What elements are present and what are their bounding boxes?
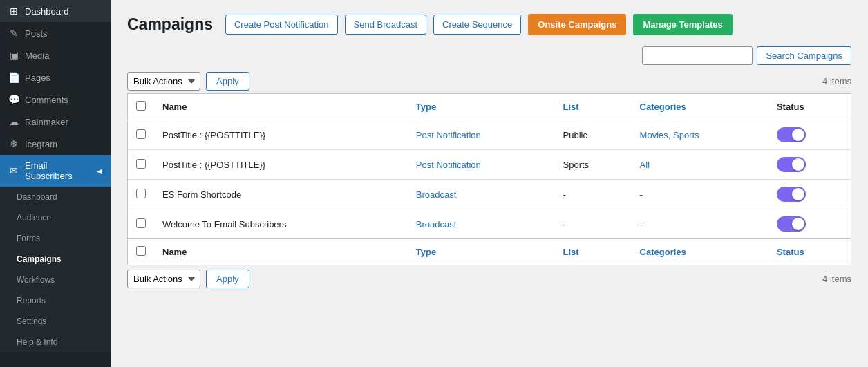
sub-reports-label: Reports: [17, 296, 46, 305]
select-all-header: [128, 94, 154, 120]
sidebar-item-sub-forms[interactable]: Forms: [0, 228, 111, 249]
sidebar-item-comments[interactable]: 💬 Comments: [0, 88, 111, 111]
sidebar-item-posts[interactable]: ✎ Posts: [0, 22, 111, 44]
table-footer-row: Name Type List Categories Status: [128, 239, 851, 265]
status-toggle[interactable]: [777, 127, 806, 142]
dashboard-icon: ⊞: [8, 6, 19, 17]
pages-icon: 📄: [8, 72, 19, 83]
row-status: [768, 120, 851, 150]
sidebar-item-sub-dashboard[interactable]: Dashboard: [0, 187, 111, 207]
row-status: [768, 150, 851, 180]
row-checkbox[interactable]: [136, 159, 146, 169]
sidebar-item-label: Dashboard: [25, 6, 69, 17]
sidebar-item-sub-settings[interactable]: Settings: [0, 311, 111, 332]
select-all-checkbox[interactable]: [136, 101, 146, 111]
status-toggle[interactable]: [777, 157, 806, 172]
comments-icon: 💬: [8, 94, 19, 105]
table-row: PostTitle : {{POSTTITLE}} Post Notificat…: [128, 120, 851, 150]
row-status: [768, 209, 851, 239]
status-toggle[interactable]: [777, 187, 806, 202]
footer-col-type[interactable]: Type: [408, 239, 555, 265]
row-checkbox-cell: [128, 120, 154, 150]
items-count-top: 4 items: [822, 76, 851, 86]
row-status: [768, 180, 851, 209]
table-row: ES Form Shortcode Broadcast - -: [128, 180, 851, 209]
footer-col-list: List: [555, 239, 632, 265]
row-checkbox-cell: [128, 180, 154, 209]
sidebar-item-rainmaker[interactable]: ☁ Rainmaker: [0, 111, 111, 133]
sidebar-item-label: Pages: [25, 73, 50, 83]
send-broadcast-button[interactable]: Send Broadcast: [345, 15, 427, 35]
sub-dashboard-label: Dashboard: [17, 192, 57, 202]
sidebar-item-icegram[interactable]: ❄ Icegram: [0, 133, 111, 155]
sidebar-item-sub-audience[interactable]: Audience: [0, 207, 111, 228]
footer-col-categories: Categories: [632, 239, 768, 265]
col-header-type[interactable]: Type: [408, 94, 555, 120]
status-toggle[interactable]: [777, 216, 806, 232]
row-checkbox[interactable]: [136, 129, 146, 139]
page-header: Campaigns Create Post Notification Send …: [127, 14, 851, 35]
sidebar-item-label: Comments: [25, 95, 68, 105]
sidebar-item-sub-help[interactable]: Help & Info: [0, 332, 111, 352]
sidebar-item-dashboard[interactable]: ⊞ Dashboard: [0, 0, 111, 22]
posts-icon: ✎: [8, 28, 19, 39]
page-title: Campaigns: [127, 15, 213, 34]
table-body: PostTitle : {{POSTTITLE}} Post Notificat…: [128, 120, 851, 239]
sidebar-item-pages[interactable]: 📄 Pages: [0, 66, 111, 88]
row-categories: All: [632, 150, 768, 180]
items-count-bottom: 4 items: [822, 274, 851, 284]
row-name: PostTitle : {{POSTTITLE}}: [154, 150, 408, 180]
footer-col-name[interactable]: Name: [154, 239, 408, 265]
apply-button-bottom[interactable]: Apply: [206, 270, 249, 288]
row-checkbox[interactable]: [136, 218, 146, 228]
sub-campaigns-label: Campaigns: [17, 254, 62, 264]
sub-help-label: Help & Info: [17, 337, 57, 347]
row-name: Welcome To Email Subscribers: [154, 209, 408, 239]
sidebar-item-label: Posts: [25, 28, 48, 39]
email-subscribers-icon: ✉: [8, 165, 19, 176]
row-categories: Movies, Sports: [632, 120, 768, 150]
campaigns-table: Name Type List Categories Status PostTit…: [128, 94, 851, 265]
row-checkbox-cell: [128, 209, 154, 239]
sidebar-item-media[interactable]: ▣ Media: [0, 44, 111, 66]
table-header-row: Name Type List Categories Status: [128, 94, 851, 120]
col-header-name[interactable]: Name: [154, 94, 408, 120]
row-type: Broadcast: [408, 209, 555, 239]
sidebar: ⊞ Dashboard ✎ Posts ▣ Media 📄 Pages 💬 Co…: [0, 0, 111, 367]
row-type: Post Notification: [408, 150, 555, 180]
sidebar-item-sub-reports[interactable]: Reports: [0, 290, 111, 311]
sidebar-item-label: Email Subscribers: [25, 160, 91, 181]
row-name: ES Form Shortcode: [154, 180, 408, 209]
footer-select-all-checkbox[interactable]: [136, 246, 146, 256]
search-input[interactable]: [642, 46, 753, 65]
onsite-campaigns-button[interactable]: Onsite Campaigns: [528, 14, 626, 35]
col-header-status: Status: [768, 94, 851, 120]
col-header-list[interactable]: List: [555, 94, 632, 120]
create-post-notification-button[interactable]: Create Post Notification: [225, 15, 338, 35]
sidebar-submenu: Dashboard Audience Forms Campaigns Workf…: [0, 187, 111, 352]
apply-button-top[interactable]: Apply: [206, 72, 249, 91]
manage-templates-button[interactable]: Manage Templates: [633, 14, 732, 35]
create-sequence-button[interactable]: Create Sequence: [433, 15, 521, 35]
sidebar-item-label: Icegram: [25, 139, 57, 149]
row-list: Sports: [555, 150, 632, 180]
sidebar-item-label: Rainmaker: [25, 117, 68, 127]
rainmaker-icon: ☁: [8, 116, 19, 127]
table-row: PostTitle : {{POSTTITLE}} Post Notificat…: [128, 150, 851, 180]
sub-audience-label: Audience: [17, 213, 51, 223]
sidebar-item-email-subscribers[interactable]: ✉ Email Subscribers ◀: [0, 155, 111, 187]
campaigns-table-wrap: Name Type List Categories Status PostTit…: [127, 93, 851, 265]
bottom-toolbar: Bulk Actions Apply 4 items: [127, 270, 851, 288]
sidebar-item-sub-workflows[interactable]: Workflows: [0, 270, 111, 290]
footer-col-status: Status: [768, 239, 851, 265]
sub-workflows-label: Workflows: [17, 275, 55, 285]
top-toolbar: Bulk Actions Apply 4 items: [127, 72, 851, 91]
icegram-icon: ❄: [8, 138, 19, 149]
sub-forms-label: Forms: [17, 234, 40, 243]
bulk-actions-select-top[interactable]: Bulk Actions: [127, 72, 200, 91]
col-header-categories[interactable]: Categories: [632, 94, 768, 120]
bulk-actions-select-bottom[interactable]: Bulk Actions: [127, 270, 200, 288]
sidebar-item-sub-campaigns[interactable]: Campaigns: [0, 249, 111, 270]
search-campaigns-button[interactable]: Search Campaigns: [757, 46, 851, 65]
row-checkbox[interactable]: [136, 189, 146, 198]
